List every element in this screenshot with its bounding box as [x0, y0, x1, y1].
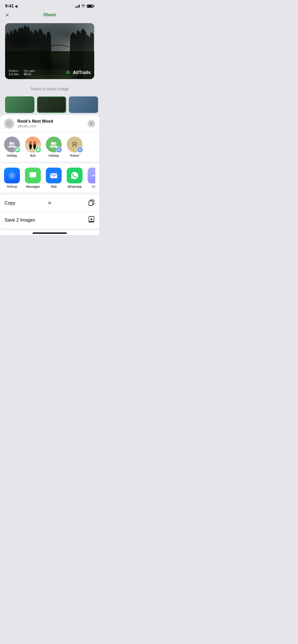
- image-options-row: [0, 94, 99, 113]
- time-display: 9:41: [5, 4, 14, 9]
- more-label: More: [92, 185, 95, 188]
- svg-point-12: [53, 142, 57, 145]
- image-option-1[interactable]: [5, 96, 34, 113]
- messages-icon: [25, 168, 41, 183]
- contact-name-holiday-wa: Holiday: [7, 154, 17, 157]
- compass-icon: [6, 121, 12, 126]
- whatsapp-icon: [67, 168, 83, 183]
- elev-value: 50 m: [24, 72, 35, 76]
- svg-rect-26: [89, 201, 93, 206]
- contacts-section: Holiday: [0, 133, 99, 164]
- app-item-airdrop[interactable]: AirDrop: [4, 168, 20, 188]
- svg-rect-10: [25, 137, 41, 145]
- image-option-2-selected[interactable]: [37, 96, 66, 113]
- app-item-whatsapp[interactable]: WhatsApp: [67, 168, 83, 188]
- app-item-more[interactable]: More: [88, 168, 95, 188]
- select-image-section: Select a share image: [0, 83, 99, 94]
- mail-label: Mail: [51, 185, 57, 188]
- contact-avatar-bob: [25, 137, 41, 152]
- link-close-button[interactable]: ✕: [88, 120, 95, 127]
- trail-image-container: Distance 2.0 km Elev. gain 50 m AllTrail…: [0, 21, 99, 83]
- contact-item-holiday-wa[interactable]: Holiday: [4, 137, 20, 157]
- close-button[interactable]: ✕: [5, 12, 9, 18]
- battery-icon: [87, 5, 94, 8]
- location-arrow-icon: ◀: [15, 4, 17, 8]
- nav-bar: ✕ Share: [0, 10, 99, 21]
- svg-point-23: [95, 175, 95, 176]
- home-indicator: [0, 230, 99, 235]
- distance-label: Distance: [9, 69, 19, 72]
- mail-icon: [46, 168, 62, 183]
- contact-item-holiday-signal[interactable]: Holiday: [46, 137, 62, 157]
- messages-label: Messages: [26, 185, 40, 188]
- contact-name-holiday-signal: Holiday: [49, 154, 59, 157]
- save-icon: [88, 216, 95, 224]
- trail-info: Distance 2.0 km Elev. gain 50 m: [9, 69, 35, 76]
- more-icon: [88, 168, 95, 183]
- copy-action[interactable]: Copy: [0, 195, 99, 212]
- whatsapp-badge-bob: [35, 147, 41, 153]
- signal-icon: [75, 5, 80, 8]
- select-image-label: Select a share image: [31, 87, 69, 91]
- contact-avatar-holiday-signal: [46, 137, 62, 152]
- copy-label: Copy: [5, 200, 15, 206]
- svg-point-16: [79, 149, 81, 151]
- elev-label: Elev. gain: [24, 69, 35, 72]
- wifi-icon: [81, 4, 85, 8]
- image-option-3[interactable]: [69, 96, 98, 113]
- app-item-mail[interactable]: Mail: [46, 168, 62, 188]
- airdrop-icon: [4, 168, 20, 183]
- copy-dot: [48, 201, 51, 204]
- signal-badge-holiday: [56, 147, 62, 153]
- link-title: Rook's Nest Wood: [17, 119, 88, 124]
- contact-item-robert[interactable]: R Robert: [67, 137, 83, 157]
- svg-point-4: [12, 142, 15, 145]
- status-bar: 9:41 ◀: [0, 0, 99, 10]
- whatsapp-label: WhatsApp: [67, 185, 82, 188]
- contacts-row: Holiday: [4, 137, 95, 157]
- contact-avatar-holiday-wa: [4, 137, 20, 152]
- compass-icon-container: [4, 119, 14, 129]
- copy-icon: [88, 199, 95, 207]
- apps-row: AirDrop Messages Mail: [4, 168, 95, 188]
- trail-card: Distance 2.0 km Elev. gain 50 m AllTrail…: [5, 23, 94, 79]
- contact-item-bob[interactable]: Bob: [25, 137, 41, 157]
- contact-name-robert: Robert: [70, 154, 79, 157]
- contact-name-bob: Bob: [30, 154, 35, 157]
- signal-badge-robert: [77, 147, 83, 153]
- whatsapp-badge: [14, 147, 20, 153]
- brand-name: AllTrails: [73, 70, 91, 75]
- save-images-label: Save 2 Images: [5, 217, 35, 223]
- apps-section: AirDrop Messages Mail: [0, 164, 99, 195]
- app-item-messages[interactable]: Messages: [25, 168, 41, 188]
- link-domain: alltrails.com: [17, 124, 88, 128]
- trail-logo: AllTrails: [64, 69, 91, 76]
- contact-avatar-robert: R: [67, 137, 83, 152]
- status-icons: [75, 4, 94, 8]
- page-title: Share: [43, 12, 56, 18]
- home-bar: [33, 232, 67, 234]
- link-text: Rook's Nest Wood alltrails.com: [17, 119, 88, 128]
- svg-point-14: [58, 149, 60, 151]
- save-images-action[interactable]: Save 2 Images: [0, 212, 99, 228]
- status-time: 9:41 ◀: [5, 4, 17, 9]
- share-sheet: Rook's Nest Wood alltrails.com ✕: [0, 115, 99, 235]
- airdrop-label: AirDrop: [7, 185, 17, 188]
- svg-point-22: [92, 175, 94, 176]
- distance-value: 2.0 km: [9, 72, 19, 76]
- svg-point-20: [12, 175, 12, 176]
- link-preview: Rook's Nest Wood alltrails.com ✕: [0, 115, 99, 133]
- actions-section: Copy Save 2 Images: [0, 195, 99, 228]
- svg-point-2: [9, 123, 10, 124]
